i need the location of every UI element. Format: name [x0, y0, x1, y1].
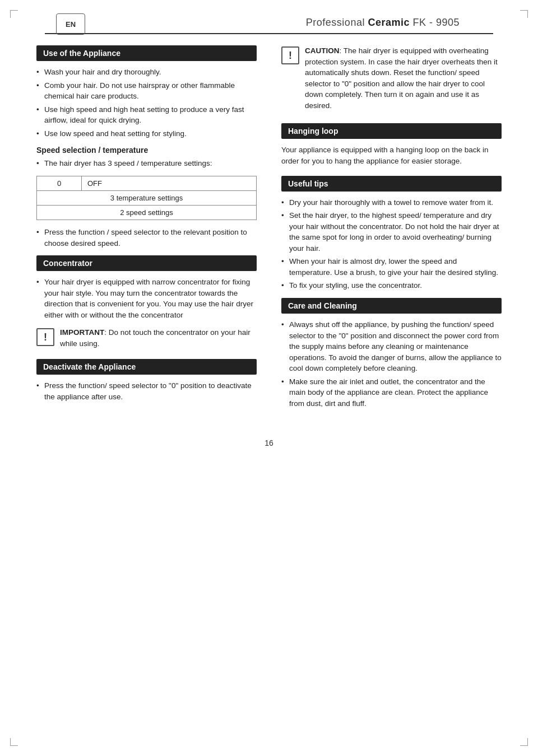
- table-cell: 3 temperature settings: [37, 190, 257, 205]
- header-title: Professional Ceramic FK - 9905: [306, 17, 460, 29]
- main-content: Use of the Appliance Wash your hair and …: [11, 34, 527, 427]
- list-item: Make sure the air inlet and outlet, the …: [281, 376, 502, 409]
- list-item: When your hair is almost dry, lower the …: [281, 256, 502, 278]
- useful-tips-list: Dry your hair thoroughly with a towel to…: [281, 197, 502, 292]
- useful-tips-heading: Useful tips: [281, 176, 502, 192]
- table-cell: 0: [37, 176, 82, 190]
- care-cleaning-list: Always shut off the appliance, by pushin…: [281, 319, 502, 409]
- speed-selection-title: Speed selection / temperature: [36, 146, 257, 155]
- right-column: ! CAUTION: The hair dryer is equipped wi…: [269, 45, 502, 416]
- list-item: Comb your hair. Do not use hairspray or …: [36, 80, 257, 102]
- page-number: 16: [265, 438, 273, 447]
- list-item: Use low speed and heat setting for styli…: [36, 128, 257, 139]
- speed-bullet-list: Press the function / speed selector to t…: [36, 227, 257, 249]
- deactivate-heading: Deactivate the Appliance: [36, 359, 257, 375]
- corner-mark-tl: [10, 10, 18, 18]
- language-badge: EN: [56, 13, 85, 35]
- table-row: 0 OFF: [37, 176, 257, 190]
- page-header: Professional Ceramic FK - 9905: [45, 0, 493, 34]
- hanging-loop-heading: Hanging loop: [281, 123, 502, 139]
- list-item: Wash your hair and dry thoroughly.: [36, 67, 257, 78]
- list-item: Press the function/ speed selector to "0…: [36, 380, 257, 402]
- care-cleaning-heading: Care and Cleaning: [281, 298, 502, 314]
- list-item: Dry your hair thoroughly with a towel to…: [281, 197, 502, 208]
- table-cell: OFF: [82, 176, 257, 190]
- corner-mark-bl: [10, 738, 18, 746]
- page-footer: 16: [0, 427, 538, 459]
- corner-mark-br: [520, 738, 528, 746]
- list-item: Set the hair dryer, to the highest speed…: [281, 210, 502, 254]
- list-item: Always shut off the appliance, by pushin…: [281, 319, 502, 374]
- speed-intro-list: The hair dryer has 3 speed / temperature…: [36, 158, 257, 169]
- table-cell: 2 speed settings: [37, 205, 257, 220]
- list-item: Your hair dryer is equipped with narrow …: [36, 277, 257, 320]
- caution-text: CAUTION: The hair dryer is equipped with…: [305, 45, 502, 111]
- use-appliance-list: Wash your hair and dry thoroughly. Comb …: [36, 67, 257, 139]
- hanging-loop-text: Your appliance is equipped with a hangin…: [281, 144, 502, 166]
- left-column: Use of the Appliance Wash your hair and …: [36, 45, 269, 416]
- list-item: Use high speed and high heat setting to …: [36, 104, 257, 126]
- caution-box: ! CAUTION: The hair dryer is equipped wi…: [281, 45, 502, 114]
- important-box: ! IMPORTANT: Do not touch the concentrat…: [36, 327, 257, 352]
- concentrator-heading: Concentrator: [36, 255, 257, 271]
- important-text: IMPORTANT: Do not touch the concentrator…: [60, 327, 257, 349]
- corner-mark-tr: [520, 10, 528, 18]
- concentrator-list: Your hair dryer is equipped with narrow …: [36, 277, 257, 320]
- speed-table: 0 OFF 3 temperature settings 2 speed set…: [36, 176, 257, 220]
- use-appliance-heading: Use of the Appliance: [36, 45, 257, 61]
- list-item: To fix your styling, use the concentrato…: [281, 280, 502, 291]
- list-item: Press the function / speed selector to t…: [36, 227, 257, 249]
- table-row: 2 speed settings: [37, 205, 257, 220]
- deactivate-list: Press the function/ speed selector to "0…: [36, 380, 257, 402]
- warning-icon: !: [36, 328, 54, 346]
- list-item: The hair dryer has 3 speed / temperature…: [36, 158, 257, 169]
- caution-icon: !: [281, 46, 299, 64]
- table-row: 3 temperature settings: [37, 190, 257, 205]
